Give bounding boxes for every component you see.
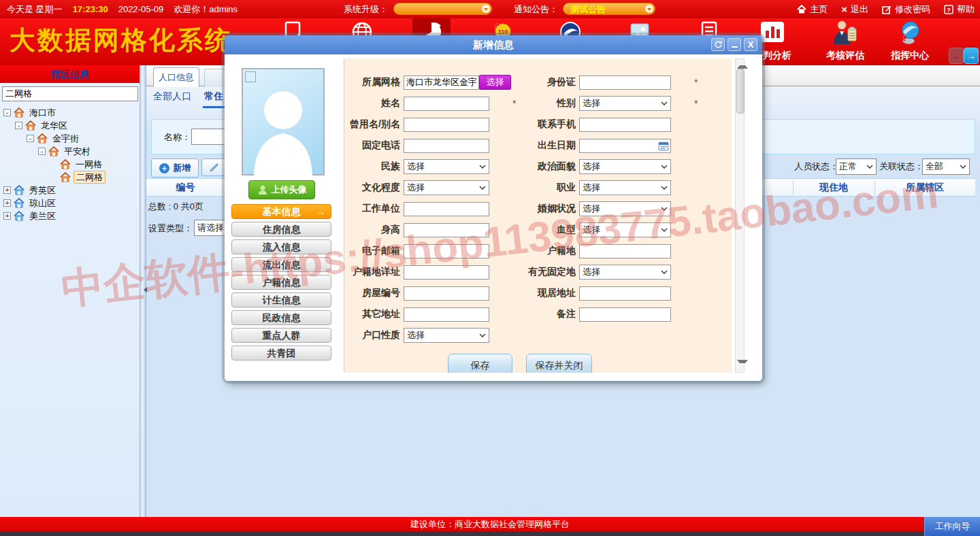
form-select[interactable]: 选择: [404, 328, 489, 343]
form-input[interactable]: [404, 76, 479, 90]
form-input[interactable]: [404, 118, 489, 132]
collapse-arrow-icon[interactable]: [141, 287, 147, 292]
column-serial[interactable]: 编号: [146, 179, 225, 196]
change-password-link[interactable]: 修改密码: [882, 3, 930, 16]
assessor-icon: [832, 36, 859, 48]
save-button[interactable]: 保存: [448, 354, 512, 373]
expand-plus-icon[interactable]: +: [3, 186, 11, 194]
collapse-minus-icon[interactable]: -: [38, 148, 46, 155]
form-row: 联系手机: [513, 117, 698, 132]
person-status-select[interactable]: 正常: [836, 158, 877, 175]
svg-text:110: 110: [498, 29, 508, 35]
scroll-up-icon[interactable]: [737, 63, 748, 69]
scroll-down-icon[interactable]: [737, 360, 748, 366]
form-select[interactable]: 选择: [579, 201, 671, 216]
modal-menu-item[interactable]: 流入信息: [231, 239, 331, 254]
form-input[interactable]: [404, 265, 489, 280]
modal-menu-item[interactable]: 基本信息→: [231, 204, 331, 219]
grid-select-button[interactable]: 选择: [479, 75, 511, 90]
nav-prev-arrow-button[interactable]: ←: [949, 48, 964, 64]
system-upgrade-dropdown[interactable]: [393, 3, 492, 15]
form-input[interactable]: [404, 223, 489, 237]
form-input[interactable]: [404, 286, 489, 301]
form-input[interactable]: [404, 202, 489, 216]
relation-status-select[interactable]: 全部: [922, 158, 970, 175]
modal-menu-item[interactable]: 流出信息: [231, 257, 331, 272]
modal-menu-item[interactable]: 重点人群: [231, 328, 331, 343]
chevron-down-icon[interactable]: [645, 5, 653, 13]
tree-node[interactable]: +琼山区: [3, 197, 138, 210]
nav-next-arrow-button[interactable]: →: [964, 48, 979, 64]
form-input[interactable]: [404, 307, 489, 322]
modal-menu-item[interactable]: 计生信息: [231, 292, 331, 307]
form-field-label: 房屋编号: [344, 287, 400, 299]
tree-node[interactable]: +美兰区: [3, 210, 138, 222]
person-silhouette-icon: [243, 71, 323, 175]
form-field-label: 电子邮箱: [344, 245, 400, 257]
form-select[interactable]: 选择: [579, 180, 671, 195]
modal-menu-item[interactable]: 共青团: [231, 346, 331, 361]
upload-avatar-button[interactable]: 上传头像: [248, 180, 315, 199]
tree-node[interactable]: +秀英区: [3, 184, 138, 197]
tree-node[interactable]: -海口市: [3, 106, 138, 119]
tree-node[interactable]: -平安村: [3, 145, 138, 158]
calendar-icon[interactable]: [658, 141, 669, 151]
form-select[interactable]: 选择: [404, 180, 489, 195]
tab-population-info[interactable]: 人口信息: [153, 67, 199, 87]
edit-icon: [882, 5, 892, 14]
form-input[interactable]: [579, 118, 671, 132]
chevron-down-icon: [866, 165, 873, 169]
save-close-button[interactable]: 保存并关闭: [526, 354, 592, 373]
refresh-button[interactable]: [711, 38, 725, 51]
column-residence[interactable]: 现住地: [793, 179, 875, 196]
notice-dropdown[interactable]: 测试公告: [563, 3, 655, 15]
expand-plus-icon[interactable]: +: [3, 199, 11, 207]
home-link[interactable]: 主页: [797, 3, 828, 16]
minimize-button[interactable]: [728, 38, 741, 51]
collapse-minus-icon[interactable]: -: [15, 122, 22, 129]
collapse-minus-icon[interactable]: -: [27, 135, 34, 142]
modal-menu-item[interactable]: 户籍信息: [231, 275, 331, 290]
tree-node[interactable]: 二网格: [3, 171, 138, 184]
form-select[interactable]: 选择: [579, 96, 671, 111]
tree-node[interactable]: 一网格: [3, 158, 138, 171]
subtab-resident[interactable]: 常住: [204, 90, 223, 103]
house-icon: [60, 172, 71, 182]
form-input[interactable]: [404, 97, 489, 111]
modal-menu-item[interactable]: 民政信息: [231, 310, 331, 325]
form-input[interactable]: [404, 139, 489, 153]
form-input[interactable]: [579, 286, 671, 301]
tree-node[interactable]: -龙华区: [3, 119, 138, 132]
add-button[interactable]: + 新增: [151, 158, 199, 178]
form-select[interactable]: 选择: [579, 159, 671, 174]
header-nav-3[interactable]: 指挥中心: [889, 20, 931, 62]
chevron-down-icon[interactable]: [482, 5, 490, 13]
form-row: 电子邮箱: [344, 244, 516, 258]
form-select[interactable]: 选择: [579, 265, 671, 280]
form-input[interactable]: [579, 307, 671, 322]
form-input[interactable]: [579, 244, 671, 258]
work-wizard-button[interactable]: 工作向导: [924, 517, 980, 536]
subtab-all-population[interactable]: 全部人口: [153, 90, 191, 103]
tree-node-label: 二网格: [74, 171, 105, 184]
logout-link[interactable]: × 退出: [841, 3, 868, 16]
close-button[interactable]: X: [744, 38, 757, 51]
tree-node[interactable]: -金宇街: [3, 132, 138, 145]
collapse-minus-icon[interactable]: -: [3, 109, 11, 116]
form-row: 政治面貌选择: [513, 159, 698, 174]
form-scrollbar[interactable]: [735, 58, 745, 373]
form-input[interactable]: [579, 76, 671, 90]
form-input[interactable]: [404, 244, 489, 258]
header-nav-2[interactable]: 考核评估: [824, 20, 866, 62]
modal-menu-item[interactable]: 住房信息: [231, 222, 331, 237]
form-select[interactable]: 选择: [404, 159, 489, 174]
sidebar-splitter[interactable]: [140, 65, 146, 517]
form-date-input[interactable]: [579, 139, 671, 153]
column-district[interactable]: 所属辖区: [875, 179, 975, 196]
form-select[interactable]: 选择: [579, 222, 671, 237]
expand-plus-icon[interactable]: +: [3, 212, 11, 220]
help-link[interactable]: ? 帮助: [944, 3, 975, 16]
district-search-input[interactable]: [2, 86, 138, 101]
date-label: 2022-05-09: [118, 4, 164, 14]
scroll-thumb[interactable]: [736, 69, 745, 114]
